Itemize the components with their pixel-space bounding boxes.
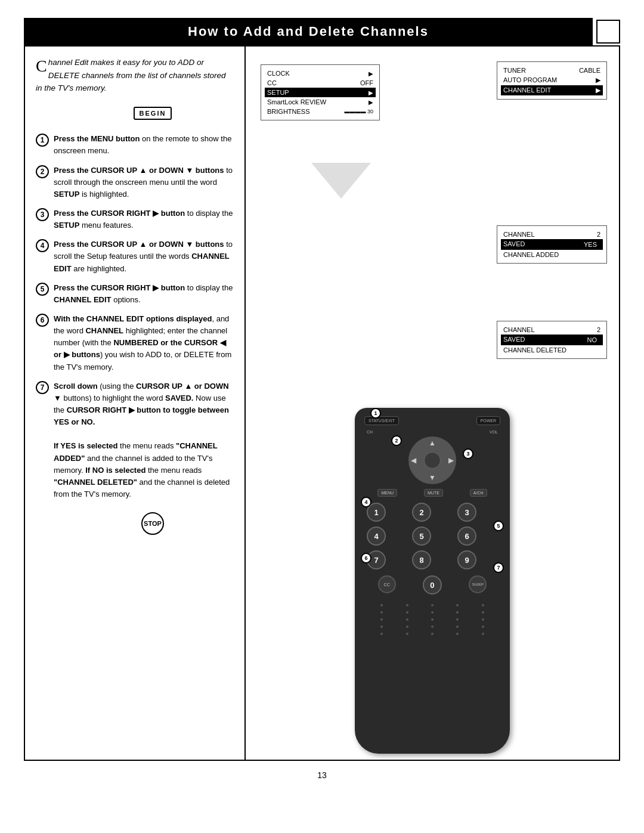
channel-added-screen: CHANNEL 2 SAVED YES CHANNEL ADDED <box>497 225 607 264</box>
dpad-area: 2 3 ▲ ▼ ◀ ▶ <box>394 436 471 484</box>
remote-control: 1 STATUS/EXIT POWER CH VOL <box>355 408 510 754</box>
setup-tuner-label: TUNER <box>503 67 526 74</box>
dpad-up-btn[interactable]: ▲ <box>429 439 436 447</box>
num-label-5: 5 <box>419 532 423 541</box>
begin-badge: BEGIN <box>134 107 172 120</box>
menu-brightness-value: ▬▬▬▬ 30 <box>344 109 373 114</box>
dpad-center-btn[interactable] <box>424 452 441 469</box>
menu-smartlock-arrow: ▶ <box>369 99 373 106</box>
step-content-4: Press the CURSOR UP ▲ or DOWN ▼ buttons … <box>54 239 234 274</box>
main-menu-screen: CLOCK ▶ CC OFF SETUP ▶ SmartLock REVIEW … <box>261 64 380 120</box>
status-exit-btn[interactable]: STATUS/EXIT <box>364 416 399 425</box>
num-label-3: 3 <box>465 508 469 517</box>
sleep-btn[interactable]: SLEEP <box>469 575 487 593</box>
dpad-down-btn[interactable]: ▼ <box>429 473 436 482</box>
channel-deleted-box: CHANNEL 2 SAVED NO CHANNEL DELETED <box>497 321 607 359</box>
title-bar-wrapper: How to Add and Delete Channels <box>24 18 620 45</box>
num-btn-6[interactable]: 6 <box>457 527 476 546</box>
step-badge-2-on-remote: 2 <box>391 435 402 446</box>
mute-btn[interactable]: MUTE <box>424 489 443 497</box>
svg-marker-0 <box>311 163 371 199</box>
step-badge-4-on-remote: 4 <box>361 497 371 507</box>
intro-text: C hannel Edit makes it easy for you to A… <box>36 56 234 95</box>
stop-badge: STOP <box>141 512 164 535</box>
vol-label: VOL <box>490 430 498 434</box>
step-4: 4 Press the CURSOR UP ▲ or DOWN ▼ button… <box>36 239 234 274</box>
dpad-right-btn[interactable]: ▶ <box>448 456 454 465</box>
remote-wrapper: 1 STATUS/EXIT POWER CH VOL <box>355 408 510 754</box>
step-content-3: Press the CURSOR RIGHT ▶ button to displ… <box>54 208 234 231</box>
mute-btn-label: MUTE <box>428 491 439 495</box>
channel-deleted-row-channel: CHANNEL 2 <box>503 325 600 335</box>
menu-btn[interactable]: MENU <box>377 489 397 497</box>
ach-btn-label: A/CH <box>473 491 484 495</box>
num-label-7: 7 <box>374 556 378 565</box>
speaker-area <box>364 604 500 635</box>
channel-added-channel-value: 2 <box>597 231 600 238</box>
step-badge-1-on-remote: 1 <box>370 408 381 419</box>
num-label-1: 1 <box>374 508 378 517</box>
menu-setup-label: SETUP <box>267 89 289 96</box>
middle-buttons-row: MENU MUTE A/CH <box>364 489 500 497</box>
step-content-2: Press the CURSOR UP ▲ or DOWN ▼ buttons … <box>54 165 234 200</box>
num-btn-3[interactable]: 3 <box>457 503 476 522</box>
channel-added-channel-label: CHANNEL <box>503 231 535 238</box>
setup-channel-edit-arrow: ▶ <box>596 86 600 94</box>
step-7: 7 Scroll down (using the CURSOR UP ▲ or … <box>36 380 234 500</box>
setup-menu-box: TUNER CABLE AUTO PROGRAM ▶ CHANNEL EDIT … <box>497 61 607 100</box>
step-1: 1 Press the MENU button on the remote to… <box>36 133 234 157</box>
step-num-4: 4 <box>36 239 49 252</box>
menu-row-clock: CLOCK ▶ <box>267 69 373 78</box>
menu-btn-label: MENU <box>381 491 394 495</box>
menu-row-brightness: BRIGHTNESS ▬▬▬▬ 30 <box>267 107 373 116</box>
channel-added-box: CHANNEL 2 SAVED YES CHANNEL ADDED <box>497 225 607 264</box>
channel-added-status: CHANNEL ADDED <box>503 250 600 259</box>
step-num-6: 6 <box>36 314 49 327</box>
page-number: 13 <box>24 770 620 780</box>
power-label: POWER <box>481 419 496 423</box>
channel-added-status-label: CHANNEL ADDED <box>503 251 559 258</box>
step-num-2: 2 <box>36 165 49 178</box>
num-btn-2[interactable]: 2 <box>412 503 431 522</box>
power-btn[interactable]: POWER <box>476 416 500 425</box>
menu-cc-value: OFF <box>360 79 373 86</box>
ach-btn[interactable]: A/CH <box>470 489 487 497</box>
channel-deleted-channel-label: CHANNEL <box>503 326 535 333</box>
num-label-4: 4 <box>374 532 378 541</box>
step-content-5: Press the CURSOR RIGHT ▶ button to displ… <box>54 282 234 306</box>
num-btn-5[interactable]: 5 <box>412 527 431 546</box>
channel-deleted-row-saved: SAVED NO <box>501 335 603 345</box>
step-badge-5-on-remote: 5 <box>493 521 504 531</box>
channel-deleted-status-label: CHANNEL DELETED <box>503 346 566 354</box>
dpad-left-btn[interactable]: ◀ <box>411 456 416 465</box>
channel-added-saved-value: YES <box>580 240 600 249</box>
speaker-dots-row2 <box>370 611 494 614</box>
step-num-1: 1 <box>36 134 49 147</box>
step-badge-3-on-remote: 3 <box>463 448 473 459</box>
menu-clock-arrow: ▶ <box>369 70 373 77</box>
channel-deleted-saved-label: SAVED <box>503 336 525 344</box>
num-label-9: 9 <box>465 556 469 565</box>
bottom-row: CC 0 SLEEP <box>364 575 500 594</box>
menu-row-setup: SETUP ▶ <box>265 88 376 97</box>
step-num-7: 7 <box>36 381 49 394</box>
num-btn-4[interactable]: 4 <box>367 527 386 546</box>
page-title: How to Add and Delete Channels <box>24 18 593 45</box>
num-btn-8[interactable]: 8 <box>412 550 431 569</box>
num-btn-0[interactable]: 0 <box>423 575 442 594</box>
intro-body: hannel Edit makes it easy for you to ADD… <box>36 58 226 92</box>
speaker-dots-row3 <box>370 618 494 621</box>
arrow-down-graphic <box>305 157 377 207</box>
cc-btn[interactable]: CC <box>378 575 396 593</box>
page-wrapper: How to Add and Delete Channels C hannel … <box>0 0 644 833</box>
ch-label: CH <box>367 430 373 434</box>
setup-menu-screen: TUNER CABLE AUTO PROGRAM ▶ CHANNEL EDIT … <box>497 61 607 100</box>
step-content-6: With the CHANNEL EDIT options displayed,… <box>54 313 234 373</box>
step-2: 2 Press the CURSOR UP ▲ or DOWN ▼ button… <box>36 165 234 200</box>
drop-cap: C <box>36 58 47 75</box>
numpad-area: 4 5 6 7 1 2 3 4 5 6 <box>364 503 500 569</box>
num-btn-9[interactable]: 9 <box>457 550 476 569</box>
step-badge-7-on-remote: 7 <box>493 562 504 573</box>
step-3: 3 Press the CURSOR RIGHT ▶ button to dis… <box>36 208 234 231</box>
left-panel: C hannel Edit makes it easy for you to A… <box>25 47 246 760</box>
